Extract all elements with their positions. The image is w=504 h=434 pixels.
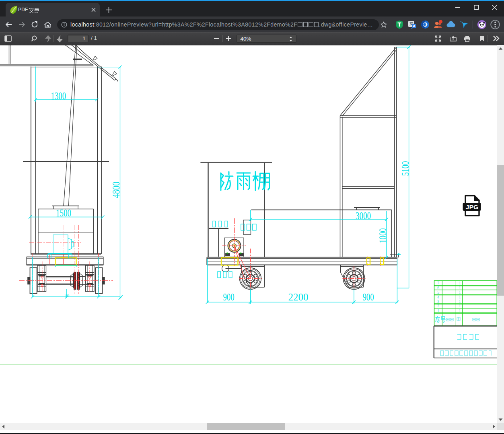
svg-text:3: 3 — [437, 299, 439, 304]
svg-text:7: 7 — [437, 281, 439, 285]
svg-text:6: 6 — [437, 286, 439, 290]
svg-text:1: 1 — [459, 304, 461, 308]
svg-text:1: 1 — [459, 295, 461, 299]
svg-text:1000: 1000 — [377, 228, 389, 243]
svg-text:3000: 3000 — [356, 210, 371, 222]
svg-text:1: 1 — [459, 290, 461, 294]
svg-text:900: 900 — [363, 291, 374, 303]
svg-text:1: 1 — [459, 286, 461, 290]
svg-text:1: 1 — [459, 309, 461, 313]
svg-text:1: 1 — [459, 299, 461, 304]
svg-text:5: 5 — [437, 290, 439, 294]
svg-text:2: 2 — [437, 304, 439, 308]
svg-text:1300: 1300 — [51, 90, 66, 102]
svg-text:5100: 5100 — [399, 161, 411, 176]
svg-text:JPG: JPG — [466, 204, 479, 210]
svg-text:1435: 1435 — [64, 294, 69, 297]
svg-text:4800: 4800 — [110, 182, 122, 198]
svg-text:1: 1 — [437, 309, 439, 313]
svg-text:2200: 2200 — [288, 291, 309, 303]
svg-text:1: 1 — [459, 281, 461, 285]
svg-text:4: 4 — [437, 295, 439, 299]
svg-text:1500: 1500 — [56, 207, 71, 219]
svg-text:900: 900 — [223, 291, 235, 303]
